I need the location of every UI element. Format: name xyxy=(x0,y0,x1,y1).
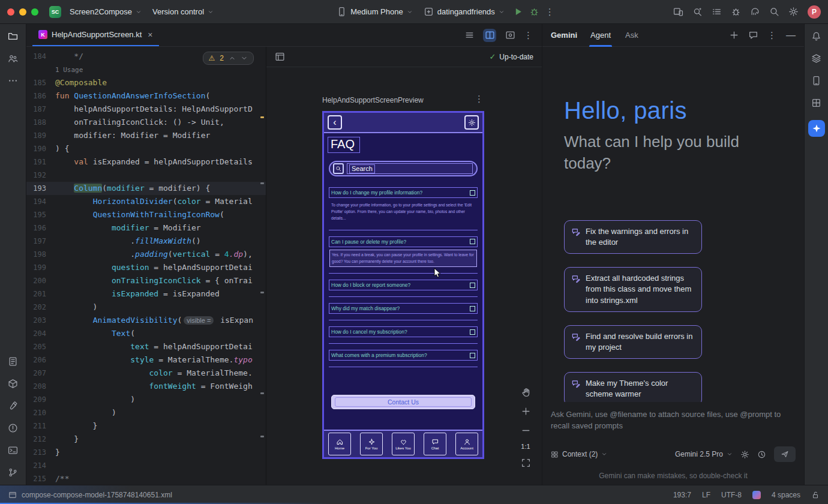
code-line: 186fun QuestionAndAnswerInfoSection( xyxy=(26,89,266,103)
maximize-window-button[interactable] xyxy=(31,8,38,16)
settings-icon[interactable] xyxy=(788,7,799,17)
minimize-window-button[interactable] xyxy=(19,8,26,16)
faq-question-row: How do I block or report someone? xyxy=(329,280,478,290)
zoom-out-button[interactable] xyxy=(519,424,532,437)
preview-top-app-bar: ‹ xyxy=(324,113,482,133)
design-view-button[interactable] xyxy=(503,29,517,42)
zoom-to-fit-button[interactable] xyxy=(519,456,532,469)
resource-manager-icon[interactable] xyxy=(8,379,18,389)
preview-canvas[interactable]: HelpAndSupportScreenPreview ⋮ ‹ FAQ xyxy=(266,67,542,485)
hide-panel-icon[interactable]: — xyxy=(786,30,796,41)
search-icon-box xyxy=(333,163,344,174)
device-mirroring-icon[interactable] xyxy=(673,7,683,17)
preview-options-button[interactable]: ⋮ xyxy=(475,94,484,104)
assistant-tool-icon[interactable] xyxy=(811,53,821,64)
tab-ask[interactable]: Ask xyxy=(624,24,640,47)
divider xyxy=(329,320,478,320)
commit-tool-icon[interactable] xyxy=(8,53,18,64)
device-selector[interactable]: Medium Phone xyxy=(334,4,415,19)
indent-setting[interactable]: 4 spaces xyxy=(772,491,800,499)
hand-icon xyxy=(521,387,531,397)
caret-position[interactable]: 193:7 xyxy=(673,491,691,499)
layout-inspector-icon[interactable] xyxy=(811,98,821,108)
line-separator[interactable]: LF xyxy=(702,491,710,499)
zoom-in-button[interactable] xyxy=(519,404,532,418)
file-encoding[interactable]: UTF-8 xyxy=(721,491,742,499)
right-tool-rail xyxy=(804,24,828,485)
gemini-options-button[interactable]: ⋮ xyxy=(767,30,777,41)
code-line: 202 ) xyxy=(26,301,266,314)
screen-title: FAQ xyxy=(328,137,360,153)
expand-toggle-icon xyxy=(470,239,475,244)
ui-check-mode-icon[interactable] xyxy=(275,52,285,62)
run-button[interactable] xyxy=(513,7,523,17)
chat-history-icon[interactable] xyxy=(748,30,758,40)
code-editor[interactable]: 184 */1 Usage185@Composable186fun Questi… xyxy=(26,47,266,485)
more-actions-button[interactable]: ⋮ xyxy=(545,7,555,17)
code-line: 211 } xyxy=(26,419,266,433)
status-file-name[interactable]: compose-compose-model-1758748140651.xml xyxy=(22,491,172,499)
minus-icon xyxy=(521,425,531,436)
gemini-status-icon[interactable] xyxy=(752,491,761,499)
debug-button[interactable] xyxy=(529,7,539,17)
close-tab-icon[interactable]: × xyxy=(148,30,152,40)
gemini-tool-button[interactable] xyxy=(808,120,825,137)
prompt-input[interactable]: Ask Gemini, use @filename to attach sour… xyxy=(551,409,796,432)
task-list-icon[interactable] xyxy=(712,7,722,17)
inspection-widget[interactable]: ⚠ 2 xyxy=(203,52,254,65)
error-stripe[interactable] xyxy=(260,47,266,485)
problems-tool-icon[interactable] xyxy=(8,423,18,433)
model-selector[interactable]: Gemini 2.5 Pro xyxy=(675,450,733,458)
run-configuration-selector[interactable]: datingandfriends xyxy=(421,4,507,19)
code-line: 215/** xyxy=(26,472,266,485)
expand-toggle-icon xyxy=(470,329,475,335)
code-view-button[interactable] xyxy=(463,29,476,42)
suggestion-card[interactable]: Extract all hardcoded strings from this … xyxy=(564,267,702,312)
expand-toggle-icon xyxy=(470,283,475,288)
vcs-selector[interactable]: Version control xyxy=(150,5,216,19)
nav-item-likes-you: Likes You xyxy=(392,433,415,455)
next-issue-icon[interactable] xyxy=(241,55,248,62)
send-button[interactable] xyxy=(774,446,796,462)
phone-preview-frame: ‹ FAQ Search How do I change my profile … xyxy=(322,111,484,459)
new-chat-icon[interactable] xyxy=(729,30,739,40)
bottom-nav: HomeFor YouLikes YouChatAccount xyxy=(324,430,482,457)
project-selector[interactable]: Screen2Compose xyxy=(67,5,144,19)
gemini-settings-icon[interactable] xyxy=(740,450,749,459)
ai-search-icon[interactable] xyxy=(692,7,703,17)
terminal-tool-icon[interactable] xyxy=(8,445,18,455)
suggestion-card[interactable]: Find and resolve build errors in my proj… xyxy=(564,325,702,359)
editor-options-button[interactable]: ⋮ xyxy=(524,30,533,41)
previous-issue-icon[interactable] xyxy=(229,55,236,62)
suggestion-card[interactable]: Make my Theme's color scheme warmer xyxy=(564,372,702,402)
code-line: 197 .fillMaxWidth() xyxy=(26,235,266,248)
faq-question-row: How do I change my profile information? xyxy=(329,187,478,198)
logcat-tool-icon[interactable] xyxy=(8,356,18,367)
design-view-icon xyxy=(505,30,515,40)
device-manager-icon[interactable] xyxy=(811,76,821,86)
gemini-panel: Gemini Agent Ask ⋮ — Hello, paris What c… xyxy=(542,24,804,485)
tab-agent[interactable]: Agent xyxy=(589,24,612,47)
editor-tab[interactable]: K HelpAndSupportScreen.kt × xyxy=(32,24,159,46)
zoom-ratio-button[interactable]: 1:1 xyxy=(521,443,530,450)
suggestion-card[interactable]: Fix the warnings and errors in the edito… xyxy=(564,220,702,254)
history-icon[interactable] xyxy=(757,450,766,459)
split-view-button[interactable] xyxy=(483,29,496,42)
app-logo: SC xyxy=(49,6,61,18)
gradle-sync-icon[interactable] xyxy=(750,7,760,17)
search-everywhere-icon[interactable] xyxy=(769,7,779,17)
notifications-icon[interactable] xyxy=(811,31,821,41)
close-window-button[interactable] xyxy=(7,8,14,16)
prompt-icon xyxy=(571,274,580,283)
search-bar: Search xyxy=(329,161,478,176)
pan-button[interactable] xyxy=(519,385,532,398)
build-tool-icon[interactable] xyxy=(8,401,18,411)
version-control-tool-icon[interactable] xyxy=(8,467,18,478)
back-button: ‹ xyxy=(328,115,342,130)
more-tool-windows-icon[interactable] xyxy=(8,76,18,86)
profile-avatar[interactable]: P xyxy=(808,5,821,19)
profiler-icon[interactable] xyxy=(731,7,741,17)
lock-icon[interactable] xyxy=(811,491,820,499)
context-selector[interactable]: Context (2) xyxy=(551,450,607,458)
project-tool-icon[interactable] xyxy=(8,31,18,41)
